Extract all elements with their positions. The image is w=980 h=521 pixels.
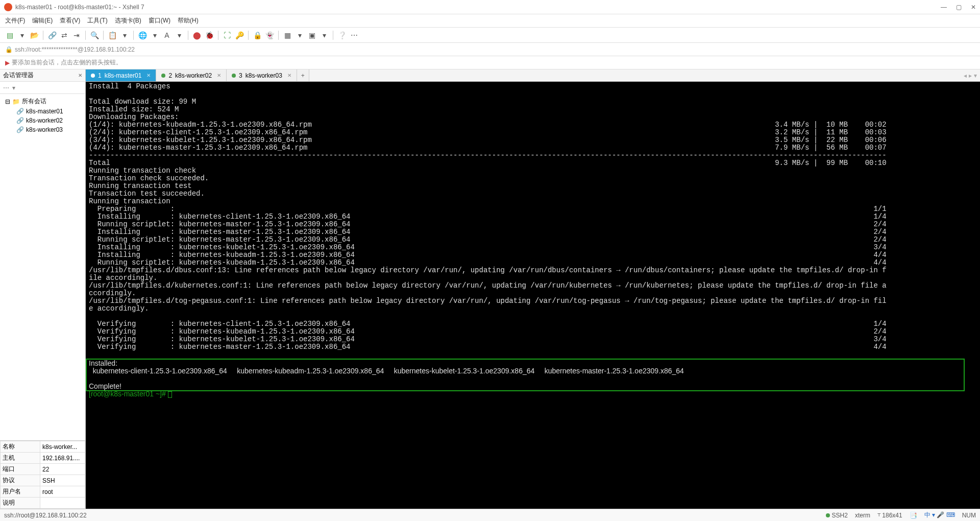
status-dot-icon (91, 74, 95, 78)
open-icon[interactable]: 📂 (30, 31, 39, 40)
tab-num: 1 (98, 72, 102, 79)
app-icon (4, 3, 12, 11)
tab-close-icon[interactable]: ✕ (287, 73, 291, 78)
menu-edit[interactable]: 编辑(E) (32, 16, 53, 25)
menu-tools[interactable]: 工具(T) (87, 16, 107, 25)
prop-row: 协议SSH (1, 475, 85, 486)
tree-item[interactable]: 🔗k8s-worker03 (0, 125, 85, 134)
minimize-button[interactable]: — (941, 4, 947, 11)
status-bar: ssh://root@192.168.91.100:22 SSH2 xterm … (0, 509, 980, 521)
status-num: NUM (962, 512, 976, 519)
status-size: ⸆ 186x41 (877, 512, 902, 519)
status-dot-icon (826, 513, 830, 517)
reconnect-icon[interactable]: ⇄ (60, 31, 69, 40)
close-button[interactable]: ✕ (971, 4, 976, 11)
disconnect-icon[interactable]: ⇥ (72, 31, 81, 40)
search-icon[interactable]: 🔍 (90, 31, 99, 40)
expand-icon[interactable]: ⛶ (223, 31, 232, 40)
panel-icon[interactable]: ▣ (307, 31, 316, 40)
tab-add-button[interactable]: + (297, 69, 309, 81)
tab-close-icon[interactable]: ✕ (217, 73, 221, 78)
hint-bar: ▶ 要添加当前会话，点击左侧的箭头按钮。 (0, 56, 980, 69)
tab-k8s-master01[interactable]: 1k8s-master01✕ (86, 69, 156, 81)
panel-header: 会话管理器 ✕ (0, 69, 85, 82)
tree-item-label: k8s-worker03 (26, 126, 63, 133)
new-session-icon[interactable]: ▤ (5, 31, 14, 40)
menu-file[interactable]: 文件(F) (5, 16, 25, 25)
status-badge: 📑 (910, 512, 917, 519)
prop-row: 用户名root (1, 486, 85, 498)
properties-panel: 名称k8s-worker... 主机192.168.91.... 端口22 协议… (0, 440, 85, 509)
status-misc: 中 ▾ 🎤 ⌨ (924, 511, 955, 519)
prop-value (40, 498, 85, 509)
dropdown-icon[interactable]: ▾ (320, 31, 329, 40)
session-manager-panel: 会话管理器 ✕ ⋯ ▾ ⊟📁所有会话 🔗k8s-master01 🔗k8s-wo… (0, 69, 86, 509)
tab-num: 3 (239, 72, 242, 79)
panel-toolbar: ⋯ ▾ (0, 82, 85, 94)
maximize-button[interactable]: ▢ (956, 4, 962, 11)
key-icon[interactable]: 🔑 (235, 31, 244, 40)
chevron-down-icon[interactable]: ▾ (12, 84, 15, 91)
tab-label: k8s-worker03 (246, 72, 282, 79)
separator (43, 31, 43, 40)
bug-icon[interactable]: 🐞 (205, 31, 214, 40)
tab-next-icon[interactable]: ▸ (969, 72, 972, 79)
terminal[interactable]: Install 4 Packages Total download size: … (86, 82, 980, 509)
separator (85, 31, 86, 40)
status-dot-icon (161, 74, 165, 78)
prop-row: 主机192.168.91.... (1, 453, 85, 464)
prop-value: 192.168.91.... (40, 453, 85, 464)
globe-icon[interactable]: 🌐 (138, 31, 147, 40)
about-icon[interactable]: ⋯ (350, 31, 359, 40)
menu-window[interactable]: 窗口(W) (149, 16, 170, 25)
window-title: k8s-master01 - root@k8s-master01:~ - Xsh… (15, 4, 941, 11)
font-icon[interactable]: A (162, 31, 172, 40)
dropdown-icon[interactable]: ▾ (295, 31, 304, 40)
tree-root[interactable]: ⊟📁所有会话 (0, 96, 85, 107)
menu-bar: 文件(F) 编辑(E) 查看(V) 工具(T) 选项卡(B) 窗口(W) 帮助(… (0, 14, 980, 28)
separator (188, 31, 188, 40)
hint-text: 要添加当前会话，点击左侧的箭头按钮。 (12, 58, 122, 67)
prop-key: 端口 (1, 464, 40, 475)
prop-value: SSH (40, 475, 85, 486)
menu-help[interactable]: 帮助(H) (178, 16, 199, 25)
filter-icon[interactable]: ⋯ (3, 84, 9, 91)
tab-prev-icon[interactable]: ◂ (964, 72, 967, 79)
window-controls: — ▢ ✕ (941, 4, 976, 11)
prop-row: 说明 (1, 498, 85, 509)
folder-icon: 📁 (12, 98, 20, 105)
link-icon[interactable]: 🔗 (47, 31, 57, 40)
help-icon[interactable]: ❔ (337, 31, 347, 40)
address-bar[interactable]: 🔒 ssh://root:***************@192.168.91.… (0, 43, 980, 56)
layout-icon[interactable]: ▦ (283, 31, 292, 40)
tab-close-icon[interactable]: ✕ (146, 73, 151, 78)
content-area: 1k8s-master01✕ 2k8s-worker02✕ 3k8s-worke… (86, 69, 980, 509)
tab-k8s-worker02[interactable]: 2k8s-worker02✕ (156, 69, 227, 81)
tree-item[interactable]: 🔗k8s-worker02 (0, 116, 85, 125)
dropdown-icon[interactable]: ▾ (150, 31, 159, 40)
panel-title: 会话管理器 (3, 71, 34, 80)
panel-close-icon[interactable]: ✕ (78, 73, 82, 78)
prop-key: 用户名 (1, 486, 40, 498)
menu-view[interactable]: 查看(V) (60, 16, 80, 25)
status-term: xterm (855, 512, 870, 519)
dropdown-icon[interactable]: ▾ (120, 31, 129, 40)
tab-k8s-worker03[interactable]: 3k8s-worker03✕ (227, 69, 297, 81)
dropdown-icon[interactable]: ▾ (17, 31, 27, 40)
prop-row: 名称k8s-worker... (1, 441, 85, 453)
title-bar: k8s-master01 - root@k8s-master01:~ - Xsh… (0, 0, 980, 14)
tab-label: k8s-master01 (105, 72, 142, 79)
session-tree: ⊟📁所有会话 🔗k8s-master01 🔗k8s-worker02 🔗k8s-… (0, 94, 85, 440)
copy-icon[interactable]: 📋 (108, 31, 117, 40)
record-icon[interactable]: ⬤ (192, 31, 202, 40)
prop-row: 端口22 (1, 464, 85, 475)
tree-item[interactable]: 🔗k8s-master01 (0, 107, 85, 116)
menu-tab[interactable]: 选项卡(B) (115, 16, 141, 25)
dropdown-icon[interactable]: ▾ (175, 31, 184, 40)
tree-item-label: k8s-worker02 (26, 117, 63, 124)
ghost-icon[interactable]: 👻 (265, 31, 274, 40)
prop-value: root (40, 486, 85, 498)
lock-icon[interactable]: 🔒 (253, 31, 262, 40)
lock-icon: 🔒 (5, 46, 13, 53)
tab-menu-icon[interactable]: ▾ (974, 72, 977, 79)
